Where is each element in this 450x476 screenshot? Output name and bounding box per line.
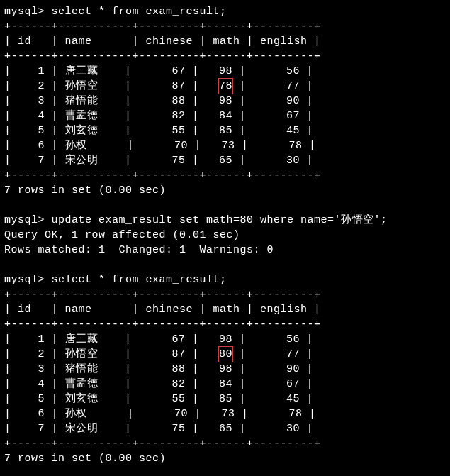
table-row: | 3 | 猪悟能 | 88 | 98 | 90 | — [4, 94, 446, 109]
table-border-2: +------+-----------+---------+------+---… — [4, 287, 446, 302]
table-border-2: +------+-----------+---------+------+---… — [4, 317, 446, 332]
sql-prompt-line: mysql> select * from exam_result; — [4, 4, 446, 19]
table-row: | 1 | 唐三藏 | 67 | 98 | 56 | — [4, 64, 446, 79]
table-border-2: +------+-----------+---------+------+---… — [4, 436, 446, 451]
rows-status: 7 rows in set (0.00 sec) — [4, 451, 446, 466]
rows-matched-status: Rows matched: 1 Changed: 1 Warnings: 0 — [4, 243, 446, 258]
highlighted-value: 80 — [218, 346, 233, 362]
table-row: | 2 | 孙悟空 | 87 | 78 | 77 | — [4, 79, 446, 94]
sql-prompt-line: mysql> select * from exam_result; — [4, 272, 446, 287]
table-row: | 5 | 刘玄德 | 55 | 85 | 45 | — [4, 123, 446, 138]
rows-status: 7 rows in set (0.00 sec) — [4, 183, 446, 198]
table-border-1: +------+-----------+---------+------+---… — [4, 49, 446, 64]
table-row: | 7 | 宋公明 | 75 | 65 | 30 | — [4, 421, 446, 436]
table-border-1: +------+-----------+---------+------+---… — [4, 19, 446, 34]
table-row: | 6 | 孙权 | 70 | 73 | 78 | — [4, 406, 446, 421]
table-row: | 3 | 猪悟能 | 88 | 98 | 90 | — [4, 362, 446, 377]
table-row: | 5 | 刘玄德 | 55 | 85 | 45 | — [4, 392, 446, 406]
table-row: | 4 | 曹孟德 | 82 | 84 | 67 | — [4, 109, 446, 123]
table-row: | 7 | 宋公明 | 75 | 65 | 30 | — [4, 153, 446, 168]
table-border-1: +------+-----------+---------+------+---… — [4, 168, 446, 183]
table-row: | 4 | 曹孟德 | 82 | 84 | 67 | — [4, 377, 446, 392]
table-header-1: | id | name | chinese | math | english | — [4, 34, 446, 49]
table-header-2: | id | name | chinese | math | english | — [4, 302, 446, 317]
sql-prompt-line: mysql> update exam_result set math=80 wh… — [4, 213, 446, 228]
table-row: | 1 | 唐三藏 | 67 | 98 | 56 | — [4, 332, 446, 347]
highlighted-value: 78 — [218, 78, 233, 94]
query-ok-status: Query OK, 1 row affected (0.01 sec) — [4, 228, 446, 243]
table-row: | 6 | 孙权 | 70 | 73 | 78 | — [4, 138, 446, 153]
table-row: | 2 | 孙悟空 | 87 | 80 | 77 | — [4, 347, 446, 362]
